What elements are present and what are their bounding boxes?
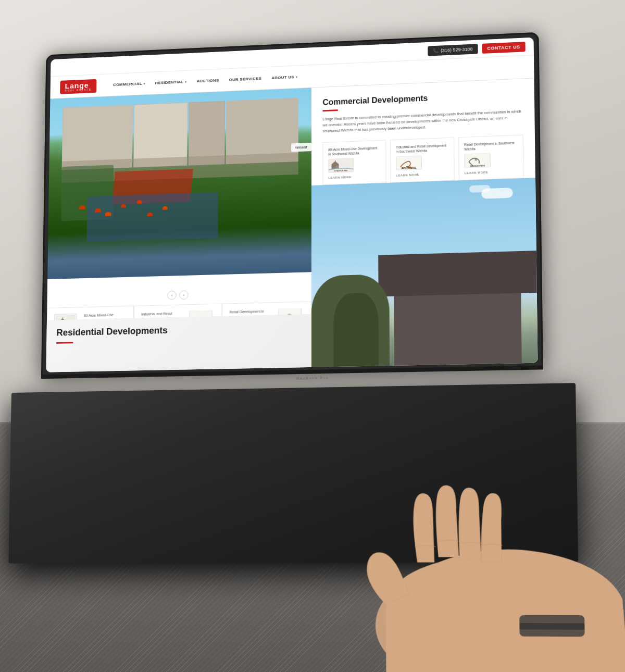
svg-text:IRONHORSE: IRONHORSE <box>402 167 417 170</box>
house-roof <box>378 251 537 296</box>
water-feature <box>87 192 218 242</box>
svg-text:SADDLECREEK: SADDLECREEK <box>470 165 485 168</box>
ironhorse-learn-right[interactable]: LEARN MORE <box>396 172 448 177</box>
carousel-prev-button[interactable]: ‹ <box>167 291 176 300</box>
umbrella-5 <box>136 200 142 204</box>
nav-about-us[interactable]: ABOUT US ▾ <box>267 74 303 80</box>
chevron-down-icon: ▾ <box>185 80 186 84</box>
svg-rect-17 <box>519 623 584 630</box>
right-panel: Commercial Developments Lange Real Estat… <box>311 78 538 367</box>
nav-commercial[interactable]: COMMERCIAL ▾ <box>108 81 151 88</box>
umbrella-3 <box>105 212 111 216</box>
nav-our-services[interactable]: OUR SERVICES <box>224 76 267 82</box>
chevron-down-icon: ▾ <box>144 82 145 85</box>
carousel-controls: ‹ › <box>167 290 188 300</box>
nav-residential-label: RESIDENTIAL <box>155 80 184 85</box>
nav-about-us-label: ABOUT US <box>271 75 294 80</box>
hand-area <box>333 414 625 672</box>
screen-bezel: 📞 (316) 529-3100 CONTACT US Lange REAL E… <box>46 38 538 372</box>
residential-red-line <box>56 342 73 344</box>
nav-commercial-label: COMMERCIAL <box>113 81 142 87</box>
project-saddlecreek-logo: SADDLECREEK <box>464 153 490 168</box>
nav-auctions[interactable]: AUCTIONS <box>192 78 224 83</box>
umbrella-2 <box>95 208 101 213</box>
nav-auctions-label: AUCTIONS <box>197 78 219 83</box>
laptop-lid: 📞 (316) 529-3100 CONTACT US Lange REAL E… <box>41 32 543 378</box>
phone-icon: 📞 <box>433 48 439 53</box>
tenant-label: tenant <box>291 143 311 152</box>
house-body <box>394 291 521 366</box>
project-saddlecreek-title: Retail Development in Southwest Wichita <box>464 141 518 152</box>
project-card-saddlecreek[interactable]: Retail Development in Southwest Wichita … <box>458 135 524 181</box>
hero-image: tenant <box>47 88 311 279</box>
umbrella-4 <box>121 204 126 208</box>
umbrella-7 <box>162 206 168 210</box>
website-screen: 📞 (316) 529-3100 CONTACT US Lange REAL E… <box>46 38 538 372</box>
nav-links: COMMERCIAL ▾ RESIDENTIAL ▾ AUCTIONS OUR … <box>108 74 303 88</box>
carousel-next-button[interactable]: › <box>179 290 188 300</box>
chevron-down-icon: ▾ <box>296 75 297 79</box>
phone-button[interactable]: 📞 (316) 529-3100 <box>428 44 478 56</box>
commercial-body-text: Lange Real Estate is committed to creati… <box>322 108 523 134</box>
project-steeple-title: 80-Acre Mixed-Use Development in Southwe… <box>328 145 380 156</box>
umbrella-6 <box>147 213 153 216</box>
phone-number: (316) 529-3100 <box>441 46 472 53</box>
macbook-label: MacBook Pro <box>296 376 329 380</box>
saddlecreek-learn-right[interactable]: LEARN MORE <box>465 170 518 175</box>
commercial-red-underline <box>322 109 338 111</box>
residential-title: Residential Developments <box>56 322 301 339</box>
project-cards-grid: 80-Acre Mixed-Use Development in Southwe… <box>323 135 524 185</box>
tree-silhouette-2 <box>334 292 379 367</box>
site-content: tenant ‹ › <box>46 78 538 372</box>
site-logo[interactable]: Lange REAL ESTATE <box>60 79 96 94</box>
laptop: 📞 (316) 529-3100 CONTACT US Lange REAL E… <box>38 30 600 574</box>
cloud-2 <box>469 185 490 193</box>
steeple-learn-right[interactable]: LEARN MORE <box>328 175 380 179</box>
commercial-section-title: Commercial Developments <box>322 90 522 107</box>
contact-button[interactable]: CONTACT US <box>482 42 526 54</box>
hero-panel: tenant ‹ › <box>46 88 311 372</box>
nav-residential[interactable]: RESIDENTIAL ▾ <box>150 79 192 85</box>
residential-image-right <box>311 178 538 367</box>
project-card-steeple-bay[interactable]: 80-Acre Mixed-Use Development in Southwe… <box>323 140 386 185</box>
project-ironhorse-title: Industrial and Retail Development in Sou… <box>396 143 448 154</box>
nav-our-services-label: OUR SERVICES <box>229 76 262 82</box>
project-steeple-logo: STEEPLE BAY <box>328 158 354 173</box>
project-card-ironhorse[interactable]: Industrial and Retail Development in Sou… <box>390 138 455 183</box>
house-area <box>378 242 538 366</box>
residential-section-left: Residential Developments <box>46 314 311 372</box>
project-ironhorse-logo: IRONHORSE <box>396 156 422 171</box>
umbrella-1 <box>80 205 85 209</box>
logo-sub-text: REAL ESTATE <box>65 88 91 92</box>
